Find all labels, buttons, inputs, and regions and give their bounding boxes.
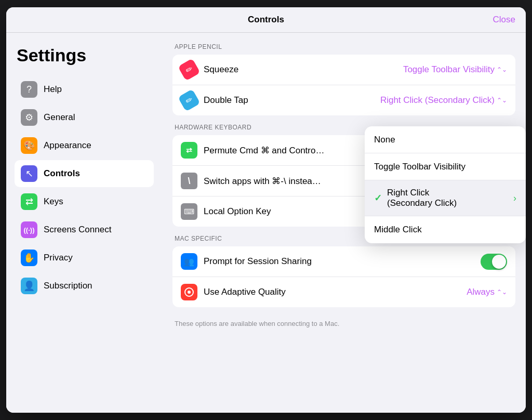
dropdown-item-middle-click[interactable]: Middle Click — [365, 216, 526, 243]
controls-icon: ↖ — [21, 165, 37, 182]
appearance-icon: 🎨 — [21, 137, 37, 154]
adaptive-quality-row[interactable]: Use Adaptive Quality Always ⌃⌄ — [172, 277, 515, 307]
adaptive-quality-chevron: ⌃⌄ — [497, 288, 507, 296]
dropdown-item-toggle-toolbar[interactable]: Toggle Toolbar Visibility — [365, 153, 526, 180]
double-tap-value[interactable]: Right Click (Secondary Click) ⌃⌄ — [380, 95, 507, 106]
dropdown-toggle-toolbar-label: Toggle Toolbar Visibility — [374, 162, 516, 172]
double-tap-chevron: ⌃⌄ — [497, 97, 507, 104]
nav-label-keys: Keys — [44, 196, 63, 207]
subscription-icon: 👤 — [21, 278, 37, 294]
footer-note: These options are available when connect… — [172, 316, 515, 330]
close-button[interactable]: Close — [493, 15, 515, 25]
dropdown-item-none[interactable]: None — [365, 126, 526, 153]
apple-pencil-card: ✏ Squeeze Toggle Toolbar Visibility ⌃⌄ ✏… — [172, 55, 515, 115]
sidebar-item-privacy[interactable]: ✋ Privacy — [15, 244, 154, 271]
prompt-session-row[interactable]: 👥 Prompt for Session Sharing — [172, 246, 515, 277]
switch-apps-icon: \ — [181, 173, 197, 189]
dropdown-none-label: None — [374, 135, 516, 145]
sidebar-item-help[interactable]: ? Help — [15, 76, 154, 103]
double-tap-icon: ✏ — [178, 89, 201, 112]
nav-label-general: General — [44, 112, 75, 123]
sidebar-item-appearance[interactable]: 🎨 Appearance — [15, 132, 154, 159]
adaptive-quality-value[interactable]: Always ⌃⌄ — [467, 287, 507, 297]
nav-label-subscription: Subscription — [44, 281, 92, 291]
adaptive-quality-icon — [181, 284, 197, 300]
squeeze-value-text: Toggle Toolbar Visibility — [403, 64, 495, 75]
section-header-apple-pencil: APPLE PENCIL — [172, 43, 515, 50]
dropdown-right-click-label: Right Click(Secondary Click) — [387, 188, 513, 208]
sidebar: Settings ? Help ⚙ General 🎨 Appearance ↖… — [6, 33, 162, 413]
nav-label-appearance: Appearance — [44, 140, 91, 151]
prompt-session-icon: 👥 — [181, 253, 197, 270]
adaptive-quality-label: Use Adaptive Quality — [204, 287, 467, 297]
dropdown-right-click-chevron: › — [513, 193, 516, 204]
header-title: Controls — [248, 15, 284, 25]
keys-icon: ⇄ — [21, 193, 37, 210]
nav-label-controls: Controls — [44, 168, 80, 179]
double-tap-row[interactable]: ✏ Double Tap Right Click (Secondary Clic… — [172, 85, 515, 115]
permute-icon: ⇄ — [181, 142, 197, 159]
nav-label-privacy: Privacy — [44, 253, 73, 263]
prompt-session-toggle[interactable] — [481, 254, 507, 270]
prompt-session-label: Prompt for Session Sharing — [204, 256, 481, 267]
adaptive-quality-value-text: Always — [467, 287, 495, 297]
toggle-knob — [492, 255, 506, 269]
screens-connect-icon: ((·)) — [21, 221, 37, 238]
sidebar-item-general[interactable]: ⚙ General — [15, 104, 154, 131]
local-option-key-icon: ⌨ — [181, 203, 197, 220]
app-window: Controls Close Settings ? Help ⚙ General… — [6, 7, 526, 413]
general-icon: ⚙ — [21, 109, 37, 126]
squeeze-label: Squeeze — [204, 64, 403, 75]
squeeze-chevron: ⌃⌄ — [497, 66, 507, 73]
dropdown-checkmark: ✓ — [374, 192, 382, 204]
sidebar-item-controls[interactable]: ↖ Controls — [15, 160, 154, 187]
mac-specific-card: 👥 Prompt for Session Sharing Use Adapti — [172, 246, 515, 307]
squeeze-row[interactable]: ✏ Squeeze Toggle Toolbar Visibility ⌃⌄ — [172, 55, 515, 85]
nav-label-help: Help — [44, 84, 62, 95]
header: Controls Close — [6, 7, 526, 33]
svg-point-1 — [188, 291, 191, 294]
sidebar-title: Settings — [15, 45, 154, 65]
main-layout: Settings ? Help ⚙ General 🎨 Appearance ↖… — [6, 33, 526, 413]
help-icon: ? — [21, 81, 37, 98]
squeeze-icon: ✏ — [178, 58, 201, 81]
squeeze-value[interactable]: Toggle Toolbar Visibility ⌃⌄ — [403, 64, 507, 75]
dropdown-menu: None Toggle Toolbar Visibility ✓ Right C… — [365, 126, 526, 243]
dropdown-item-right-click[interactable]: ✓ Right Click(Secondary Click) › — [365, 180, 526, 216]
nav-label-screens-connect: Screens Connect — [44, 225, 111, 235]
sidebar-item-keys[interactable]: ⇄ Keys — [15, 188, 154, 215]
privacy-icon: ✋ — [21, 250, 37, 266]
sidebar-item-screens-connect[interactable]: ((·)) Screens Connect — [15, 216, 154, 243]
double-tap-value-text: Right Click (Secondary Click) — [380, 95, 495, 106]
sidebar-item-subscription[interactable]: 👤 Subscription — [15, 272, 154, 299]
double-tap-label: Double Tap — [204, 95, 380, 106]
content-area: APPLE PENCIL ✏ Squeeze Toggle Toolbar Vi… — [162, 33, 526, 413]
dropdown-middle-click-label: Middle Click — [374, 225, 516, 235]
